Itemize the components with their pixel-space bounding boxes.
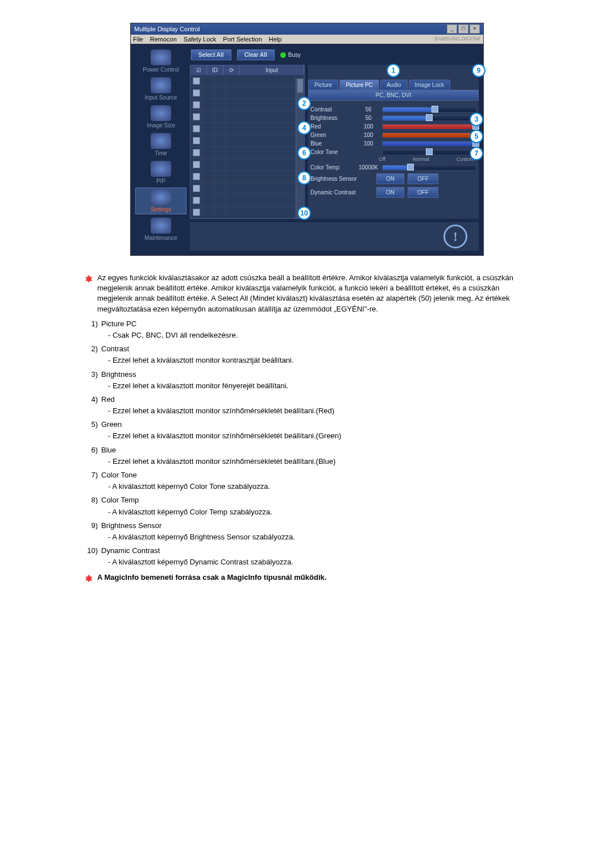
blue-slider[interactable] bbox=[382, 141, 476, 147]
red-slider[interactable] bbox=[382, 124, 476, 130]
menu-safety-lock[interactable]: Safety Lock bbox=[184, 36, 216, 43]
table-row[interactable] bbox=[190, 123, 304, 135]
footer: ! bbox=[190, 222, 479, 251]
list-num: 1) bbox=[85, 319, 98, 329]
list-item: 10)Dynamic Contrast bbox=[85, 546, 529, 556]
table-row[interactable] bbox=[190, 111, 304, 123]
scroll-thumb[interactable] bbox=[297, 79, 303, 93]
close-button[interactable]: × bbox=[470, 24, 480, 34]
imagesize-icon bbox=[151, 105, 171, 121]
desc-list: 1)Picture PC- Csak PC, BNC, DVI áll rend… bbox=[85, 319, 529, 568]
busy-dot-icon bbox=[280, 52, 286, 58]
grid-head-input: Input bbox=[240, 65, 304, 75]
minimize-button[interactable]: _ bbox=[447, 24, 457, 34]
param-color-temp: Color Temp 10000K bbox=[310, 164, 476, 171]
row-checkbox[interactable] bbox=[193, 125, 200, 132]
callout-1: 1 bbox=[387, 64, 400, 77]
clear-all-button[interactable]: Clear All bbox=[237, 49, 275, 60]
toggle-dynamic-contrast: Dynamic Contrast ON OFF bbox=[310, 187, 476, 198]
menu-remocon[interactable]: Remocon bbox=[150, 36, 177, 43]
brightness-value: 50 bbox=[358, 115, 379, 121]
maximize-button[interactable]: □ bbox=[458, 24, 468, 34]
row-checkbox[interactable] bbox=[193, 149, 200, 156]
menu-file[interactable]: File bbox=[133, 36, 143, 43]
params: Contrast 56 Brightness 50 bbox=[308, 101, 479, 204]
menu-help[interactable]: Help bbox=[269, 36, 282, 43]
contrast-slider[interactable] bbox=[382, 107, 476, 113]
window-title: Multiple Display Control bbox=[134, 26, 200, 32]
table-row[interactable] bbox=[190, 194, 304, 206]
info-icon[interactable]: ! bbox=[443, 225, 467, 248]
sidebar-label: PIP bbox=[136, 178, 185, 184]
sidebar-pip[interactable]: PIP bbox=[135, 160, 186, 185]
grid-head-status: ⟳ bbox=[223, 65, 240, 75]
dcon-on-button[interactable]: ON bbox=[376, 187, 404, 198]
tab-image-lock[interactable]: Image Lock bbox=[409, 80, 451, 90]
blue-value: 100 bbox=[358, 140, 379, 147]
list-item: 6)Blue bbox=[85, 445, 529, 455]
blue-label: Blue bbox=[310, 140, 355, 147]
row-checkbox[interactable] bbox=[193, 173, 200, 180]
table-row[interactable] bbox=[190, 135, 304, 147]
time-icon bbox=[151, 133, 171, 149]
sidebar-time[interactable]: Time bbox=[135, 132, 186, 157]
bsens-on-button[interactable]: ON bbox=[376, 173, 404, 184]
table-row[interactable] bbox=[190, 75, 304, 87]
menu-port-selection[interactable]: Port Selection bbox=[223, 36, 262, 43]
green-slider[interactable] bbox=[382, 132, 476, 138]
list-title: Blue bbox=[101, 445, 529, 455]
table-row[interactable] bbox=[190, 206, 304, 218]
sidebar-settings[interactable]: Settings bbox=[135, 188, 186, 214]
table-row[interactable] bbox=[190, 159, 304, 171]
list-item: 9)Brightness Sensor bbox=[85, 521, 529, 531]
list-sub: - Csak PC, BNC, DVI áll rendelkezésre. bbox=[108, 330, 529, 340]
display-grid: ☑ ID ⟳ Input 2 4 6 8 10 bbox=[190, 65, 305, 219]
contrast-value: 56 bbox=[358, 106, 379, 113]
callout-5: 5 bbox=[470, 130, 483, 143]
row-checkbox[interactable] bbox=[193, 113, 200, 121]
sidebar-image-size[interactable]: Image Size bbox=[135, 104, 186, 130]
note-text: A MagicInfo bemeneti forrása csak a Magi… bbox=[97, 572, 326, 584]
row-checkbox[interactable] bbox=[193, 77, 200, 85]
bsens-off-button[interactable]: OFF bbox=[408, 173, 438, 184]
contrast-label: Contrast bbox=[310, 106, 355, 113]
grid-header: ☑ ID ⟳ Input bbox=[190, 65, 304, 75]
colortemp-slider[interactable] bbox=[382, 165, 476, 171]
row-checkbox[interactable] bbox=[193, 185, 200, 192]
row-checkbox[interactable] bbox=[193, 101, 200, 109]
note-row: ✱ A MagicInfo bemeneti forrása csak a Ma… bbox=[85, 572, 529, 584]
row-checkbox[interactable] bbox=[193, 197, 200, 204]
sidebar-maintenance[interactable]: Maintenance bbox=[135, 217, 186, 242]
table-row[interactable] bbox=[190, 171, 304, 182]
list-item: 8)Color Temp bbox=[85, 495, 529, 505]
app-body: Power Control Input Source Image Size Ti… bbox=[131, 44, 483, 255]
tab-audio[interactable]: Audio bbox=[380, 80, 408, 90]
intro-row: ✱ Az egyes funkciók kiválasztásakor az a… bbox=[85, 273, 529, 314]
green-label: Green bbox=[310, 132, 355, 138]
sidebar-power-control[interactable]: Power Control bbox=[135, 48, 186, 74]
row-checkbox[interactable] bbox=[193, 89, 200, 97]
tab-picture-pc[interactable]: Picture PC bbox=[339, 80, 379, 90]
dcon-off-button[interactable]: OFF bbox=[408, 187, 438, 198]
list-num: 2) bbox=[85, 344, 98, 354]
tab-picture[interactable]: Picture bbox=[308, 80, 338, 90]
row-checkbox[interactable] bbox=[193, 137, 200, 144]
row-checkbox[interactable] bbox=[193, 209, 200, 216]
grid-head-check[interactable]: ☑ bbox=[190, 65, 207, 75]
colortone-slider[interactable] bbox=[382, 149, 476, 155]
busy-label: Busy bbox=[288, 52, 301, 58]
list-sub: - A kiválasztott képernyő Color Tone sza… bbox=[108, 481, 529, 492]
brightness-slider[interactable] bbox=[382, 115, 476, 121]
table-row[interactable] bbox=[190, 147, 304, 159]
list-sub: - Ezzel lehet a kiválasztott monitor szí… bbox=[108, 431, 529, 441]
bsens-label: Brightness Sensor bbox=[310, 176, 373, 182]
table-row[interactable] bbox=[190, 99, 304, 111]
select-all-button[interactable]: Select All bbox=[191, 49, 231, 60]
sidebar-label: Input Source bbox=[136, 94, 185, 101]
sidebar-input-source[interactable]: Input Source bbox=[135, 76, 186, 102]
table-row[interactable] bbox=[190, 87, 304, 99]
brightness-label: Brightness bbox=[310, 115, 355, 121]
list-num: 5) bbox=[85, 420, 98, 430]
row-checkbox[interactable] bbox=[193, 161, 200, 168]
table-row[interactable] bbox=[190, 182, 304, 194]
